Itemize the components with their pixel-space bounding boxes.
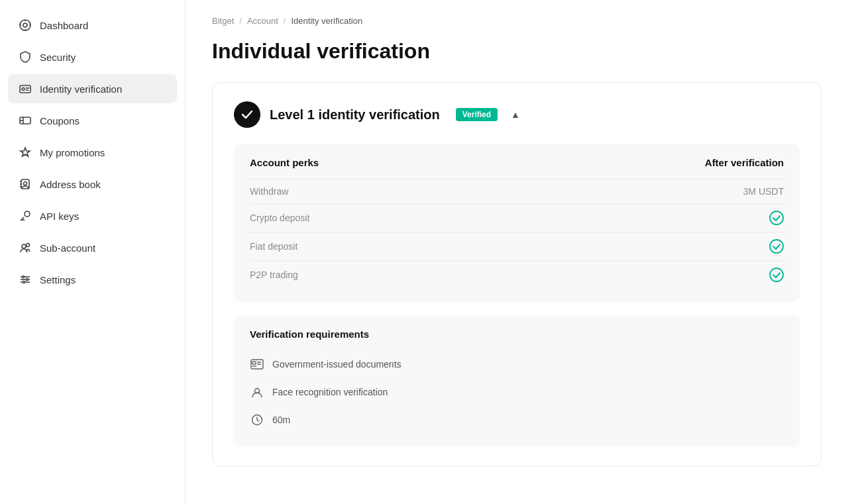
svg-point-21 <box>22 244 26 248</box>
breadcrumb-current: Identity verification <box>291 16 362 26</box>
perk-label-withdraw: Withdraw <box>250 186 288 197</box>
sidebar: Dashboard Security Identity verification <box>0 0 186 504</box>
perk-value-withdraw: 3M USDT <box>743 186 784 197</box>
level-header: Level 1 identity verification Verified ▲ <box>234 101 800 128</box>
svg-point-14 <box>24 182 27 185</box>
sidebar-item-dashboard[interactable]: Dashboard <box>8 11 177 40</box>
svg-point-24 <box>23 276 25 278</box>
sidebar-item-label: API keys <box>40 211 79 222</box>
security-icon <box>19 50 32 64</box>
breadcrumb-sep-2: / <box>284 16 286 26</box>
perk-row-p2p-trading: P2P trading <box>250 260 784 289</box>
perk-label-fiat-deposit: Fiat deposit <box>250 241 297 252</box>
requirements-section: Verification requirements Government-iss… <box>234 315 800 447</box>
perks-section: Account perks After verification Withdra… <box>234 144 800 302</box>
svg-point-28 <box>23 281 25 283</box>
api-icon <box>19 209 32 223</box>
perk-check-fiat-deposit <box>769 239 784 254</box>
svg-point-5 <box>23 23 27 27</box>
dashboard-icon <box>19 19 32 32</box>
main-content: Bitget / Account / Identity verification… <box>186 0 862 504</box>
promotions-icon <box>19 146 32 159</box>
sidebar-item-label: Security <box>40 52 76 63</box>
perks-header-left: Account perks <box>250 157 319 168</box>
breadcrumb-sep-1: / <box>239 16 242 26</box>
verified-badge: Verified <box>456 108 498 121</box>
svg-rect-33 <box>252 362 256 364</box>
sidebar-item-label: My promotions <box>40 147 105 158</box>
sidebar-item-api-keys[interactable]: API keys <box>8 201 177 230</box>
perks-header: Account perks After verification <box>250 157 784 168</box>
requirements-title: Verification requirements <box>250 328 784 340</box>
id-icon <box>19 82 32 95</box>
addressbook-icon <box>19 177 32 191</box>
perk-row-withdraw: Withdraw 3M USDT <box>250 179 784 203</box>
level-title: Level 1 identity verification <box>270 107 440 123</box>
perk-label-p2p-trading: P2P trading <box>250 270 298 280</box>
req-label-time: 60m <box>272 415 290 425</box>
perk-row-crypto-deposit: Crypto deposit <box>250 203 784 232</box>
check-circle-icon <box>234 101 260 128</box>
perk-row-fiat-deposit: Fiat deposit <box>250 232 784 260</box>
id-doc-icon <box>250 357 264 372</box>
perk-check-crypto-deposit <box>769 211 784 225</box>
sidebar-item-label: Sub-account <box>40 242 95 254</box>
breadcrumb-account[interactable]: Account <box>247 16 278 26</box>
perk-label-crypto-deposit: Crypto deposit <box>250 213 309 223</box>
coupons-icon <box>19 114 32 127</box>
svg-point-0 <box>20 20 30 30</box>
svg-point-7 <box>22 88 25 91</box>
requirement-item-gov-docs: Government-issued documents <box>250 350 784 378</box>
svg-point-26 <box>27 279 28 281</box>
sidebar-item-address-book[interactable]: Address book <box>8 170 177 199</box>
sidebar-item-label: Address book <box>40 179 101 190</box>
requirement-item-face: Face recognition verification <box>250 378 784 406</box>
face-icon <box>250 385 264 399</box>
sidebar-item-settings[interactable]: Settings <box>8 265 177 294</box>
sidebar-item-sub-account[interactable]: Sub-account <box>8 233 177 262</box>
sidebar-item-coupons[interactable]: Coupons <box>8 106 177 135</box>
sidebar-item-identity-verification[interactable]: Identity verification <box>8 74 177 103</box>
verification-card: Level 1 identity verification Verified ▲… <box>212 82 822 466</box>
breadcrumb-bitget[interactable]: Bitget <box>212 16 234 26</box>
req-label-gov-docs: Government-issued documents <box>272 359 402 370</box>
clock-icon <box>250 413 264 427</box>
svg-line-19 <box>23 219 25 221</box>
sidebar-item-label: Identity verification <box>40 83 122 95</box>
svg-point-30 <box>770 240 783 253</box>
svg-point-29 <box>770 211 783 225</box>
sidebar-item-label: Settings <box>40 274 76 285</box>
page-title: Individual verification <box>212 39 822 64</box>
svg-point-22 <box>27 244 30 247</box>
svg-point-31 <box>770 268 783 281</box>
chevron-up-icon[interactable]: ▲ <box>511 109 520 120</box>
sidebar-item-label: Dashboard <box>40 20 88 31</box>
req-label-face: Face recognition verification <box>272 387 388 397</box>
breadcrumb: Bitget / Account / Identity verification <box>212 16 822 26</box>
sidebar-item-label: Coupons <box>40 115 80 126</box>
subaccount-icon <box>19 241 32 254</box>
perk-check-p2p-trading <box>769 268 784 282</box>
settings-icon <box>19 273 32 286</box>
sidebar-item-security[interactable]: Security <box>8 42 177 72</box>
requirement-item-time: 60m <box>250 406 784 434</box>
perks-header-right: After verification <box>705 157 784 168</box>
sidebar-item-my-promotions[interactable]: My promotions <box>8 138 177 167</box>
svg-point-18 <box>25 211 30 217</box>
